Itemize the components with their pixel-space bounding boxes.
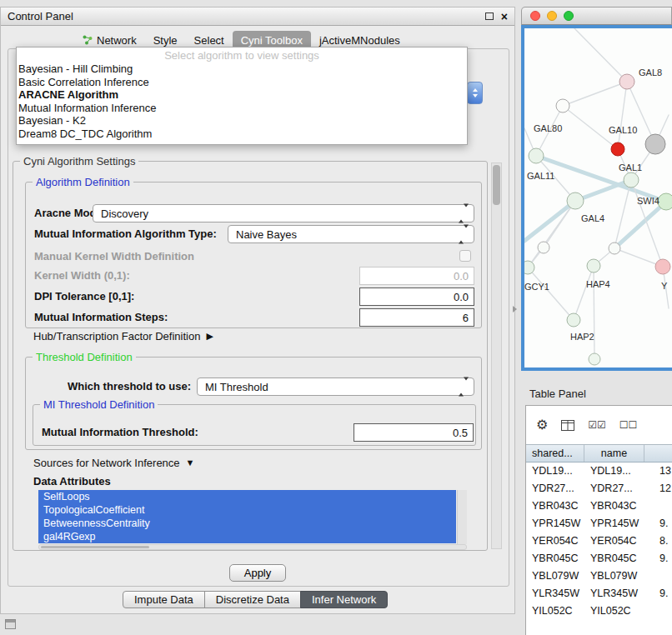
- table-cell: YER054C: [584, 532, 644, 550]
- aracne-mode-value: Discovery: [101, 208, 457, 220]
- network-tab-icon: [83, 35, 93, 45]
- mi-threshold-field[interactable]: [354, 423, 474, 442]
- column-header-shared-name[interactable]: shared...: [526, 445, 584, 462]
- settings-scrollbar[interactable]: [491, 162, 502, 549]
- table-body: YDL19...YDL19...13YDR27...YDR27...12YBR0…: [526, 462, 672, 635]
- collapsed-arrow-icon[interactable]: ▶: [206, 331, 213, 342]
- tab-label: jActiveMNodules: [319, 34, 400, 47]
- network-node-gal11[interactable]: [529, 148, 544, 163]
- manual-kernel-checkbox[interactable]: [459, 250, 471, 262]
- algorithm-option[interactable]: ARACNE Algorithm: [17, 88, 467, 102]
- which-threshold-combobox[interactable]: MI Threshold: [197, 378, 474, 396]
- table-row[interactable]: YBR043CYBR043C: [526, 498, 672, 515]
- settings-group-title: Cyni Algorithm Settings: [20, 155, 138, 168]
- data-attribute-item[interactable]: TopologicalCoefficient: [38, 503, 456, 517]
- network-node-gal80[interactable]: [556, 99, 569, 112]
- network-window-titlebar[interactable]: [521, 7, 672, 25]
- algorithm-option[interactable]: Basic Correlation Inference: [17, 76, 467, 89]
- close-window-icon[interactable]: ×: [501, 11, 508, 22]
- deselect-all-checkboxes-icon[interactable]: ☐☐: [619, 418, 638, 432]
- network-node-y[interactable]: [655, 259, 670, 274]
- control-panel-titlebar[interactable]: Control Panel ×: [1, 8, 514, 26]
- apply-button[interactable]: Apply: [229, 564, 286, 582]
- gear-icon[interactable]: ⚙: [536, 418, 548, 432]
- data-attribute-item[interactable]: BetweennessCentrality: [38, 517, 456, 530]
- network-node[interactable]: [538, 242, 549, 253]
- network-node[interactable]: [609, 242, 620, 254]
- hub-section-toggle[interactable]: Hub/Transcription Factor Definition ▶: [33, 330, 213, 342]
- tab-label: Select: [194, 34, 224, 47]
- table-row[interactable]: YER054CYER054C8.: [526, 532, 672, 550]
- algorithm-option[interactable]: Dream8 DC_TDC Algorithm: [17, 128, 467, 141]
- table-row[interactable]: YLR345WYLR345W9.: [526, 585, 672, 602]
- network-node-gal1[interactable]: [624, 172, 639, 188]
- table-row[interactable]: YBR045CYBR045C9.: [526, 550, 672, 568]
- table-row[interactable]: YIL052CYIL052C: [526, 602, 672, 620]
- network-edge: [574, 266, 594, 320]
- network-node-gal8[interactable]: [619, 74, 634, 89]
- tab-label: Network: [97, 34, 137, 47]
- splitter-collapse-arrow[interactable]: [513, 306, 517, 312]
- dpi-tolerance-field[interactable]: [359, 288, 474, 306]
- network-node-gal10[interactable]: [611, 142, 624, 156]
- network-node[interactable]: [645, 134, 665, 154]
- dpi-tolerance-label: DPI Tolerance [0,1]:: [34, 288, 134, 306]
- mi-type-value: Naive Bayes: [236, 228, 457, 241]
- minimize-traffic-light[interactable]: [547, 11, 557, 21]
- select-all-checkboxes-icon[interactable]: ☑☑: [588, 418, 606, 432]
- algorithm-option[interactable]: Bayesian - Hill Climbing: [17, 62, 467, 76]
- network-node-swi4[interactable]: [658, 193, 672, 210]
- restore-panel-icon[interactable]: [5, 619, 16, 629]
- scrollbar-thumb[interactable]: [493, 165, 500, 205]
- network-edge: [563, 82, 627, 106]
- algorithm-option[interactable]: Mutual Information Inference: [17, 102, 467, 115]
- network-canvas[interactable]: GAL8GAL80GAL10GAL11GAL1SWI4GAL4GCY1HAP4Y…: [521, 25, 672, 371]
- aracne-mode-combobox[interactable]: Discovery: [93, 204, 474, 222]
- column-browser-icon[interactable]: [561, 420, 574, 431]
- close-traffic-light[interactable]: [530, 11, 540, 21]
- tab-discretize-data[interactable]: Discretize Data: [204, 591, 301, 608]
- network-node-hap2[interactable]: [567, 313, 580, 327]
- table-cell: YLR345W: [526, 585, 584, 602]
- float-window-icon[interactable]: [485, 12, 494, 20]
- bottom-tabs: Impute Data Discretize Data Infer Networ…: [123, 591, 388, 608]
- table-cell: [644, 498, 672, 515]
- data-attribute-item[interactable]: SelfLoops: [38, 490, 456, 503]
- algorithm-combobox-arrows-icon[interactable]: [467, 82, 483, 104]
- control-panel-title: Control Panel: [8, 10, 485, 22]
- attributes-vertical-scrollbar[interactable]: [457, 490, 467, 544]
- column-header-partial[interactable]: [644, 445, 672, 462]
- table-row[interactable]: YBL079WYBL079W: [526, 568, 672, 585]
- sources-section-toggle[interactable]: Sources for Network Inference ▼: [33, 457, 194, 469]
- network-node-hap4[interactable]: [587, 259, 600, 272]
- table-cell: YBR043C: [526, 498, 584, 515]
- tab-impute-data[interactable]: Impute Data: [123, 591, 205, 608]
- table-row[interactable]: YDR27...YDR27...12: [526, 480, 672, 498]
- mi-steps-field[interactable]: [359, 308, 474, 327]
- mi-threshold-label: Mutual Information Threshold:: [42, 423, 198, 442]
- kernel-width-label: Kernel Width (0,1):: [34, 267, 130, 285]
- network-node-gal4[interactable]: [567, 192, 584, 209]
- mi-type-label: Mutual Information Algorithm Type:: [34, 225, 217, 243]
- table-row[interactable]: YPR145WYPR145W9.: [526, 515, 672, 532]
- mi-threshold-group-title: MI Threshold Definition: [40, 398, 158, 411]
- table-cell: YER054C: [526, 532, 584, 550]
- combo-arrows-icon: [459, 228, 469, 241]
- table-cell: YIL052C: [584, 602, 644, 620]
- mi-threshold-row: Mutual Information Threshold:: [33, 423, 475, 442]
- column-header-name[interactable]: name: [584, 445, 644, 462]
- scrollbar-thumb[interactable]: [41, 546, 149, 548]
- network-node-label: HAP2: [570, 332, 594, 342]
- attributes-horizontal-scrollbar[interactable]: [38, 544, 467, 550]
- expanded-arrow-icon[interactable]: ▼: [186, 458, 195, 468]
- data-attribute-item[interactable]: gal4RGexp: [38, 530, 456, 543]
- table-row[interactable]: YDL19...YDL19...13: [526, 462, 672, 480]
- network-node[interactable]: [589, 353, 600, 365]
- zoom-traffic-light[interactable]: [564, 11, 574, 21]
- algorithm-option[interactable]: Bayesian - K2: [17, 114, 467, 128]
- network-node-gcy1[interactable]: [524, 261, 534, 274]
- mi-type-combobox[interactable]: Naive Bayes: [228, 225, 474, 243]
- table-cell: YBR045C: [526, 550, 584, 568]
- kernel-width-field[interactable]: [359, 267, 474, 285]
- tab-infer-network[interactable]: Infer Network: [300, 591, 388, 608]
